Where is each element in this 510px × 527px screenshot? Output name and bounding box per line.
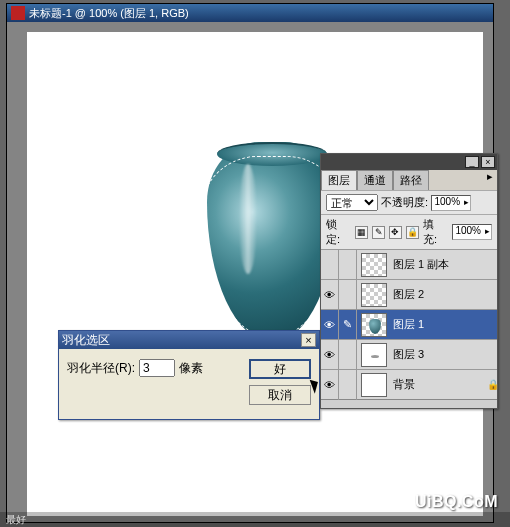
layer-name[interactable]: 图层 1 副本	[391, 257, 497, 272]
visibility-toggle[interactable]: 👁	[321, 280, 339, 310]
ok-button[interactable]: 好	[249, 359, 311, 379]
fill-input[interactable]: 100%	[452, 224, 492, 240]
dialog-titlebar[interactable]: 羽化选区 ×	[59, 331, 319, 349]
visibility-toggle[interactable]: 👁	[321, 340, 339, 370]
panel-resize-handle[interactable]	[321, 399, 497, 408]
layer-name[interactable]: 图层 2	[391, 287, 497, 302]
panel-close-button[interactable]: ×	[481, 156, 495, 168]
lock-label: 锁定:	[326, 217, 351, 247]
opacity-input[interactable]: 100%	[431, 195, 471, 211]
panel-head[interactable]: _ ×	[321, 154, 497, 170]
visibility-toggle[interactable]	[321, 250, 339, 280]
feather-radius-label: 羽化半径(R):	[67, 360, 135, 377]
blend-mode-select[interactable]: 正常	[326, 194, 378, 211]
layer-thumbnail[interactable]	[361, 343, 387, 367]
layer-thumbnail[interactable]	[361, 283, 387, 307]
layer-thumbnail[interactable]	[361, 313, 387, 337]
artwork-highlight	[239, 164, 257, 274]
blend-opacity-row: 正常 不透明度: 100%	[321, 190, 497, 214]
document-title: 未标题-1 @ 100% (图层 1, RGB)	[29, 6, 189, 21]
feather-dialog: 羽化选区 × 羽化半径(R): 像素 好 取消	[58, 330, 320, 420]
link-toggle[interactable]	[339, 250, 357, 280]
dialog-button-group: 好 取消	[249, 359, 311, 405]
fill-label: 填充:	[423, 217, 448, 247]
app-icon	[11, 6, 25, 20]
artwork-vase-top	[217, 142, 327, 166]
layer-thumbnail[interactable]	[361, 373, 387, 397]
lock-icon: 🔒	[487, 379, 497, 390]
layers-panel: _ × 图层 通道 路径 ▸ 正常 不透明度: 100% 锁定: ▦ ✎ ✥ 🔒…	[320, 153, 498, 409]
layer-row[interactable]: 👁 背景 🔒	[321, 369, 497, 399]
link-toggle[interactable]	[339, 280, 357, 310]
dialog-close-button[interactable]: ×	[301, 333, 316, 347]
document-titlebar[interactable]: 未标题-1 @ 100% (图层 1, RGB)	[7, 4, 493, 22]
panel-menu-button[interactable]: ▸	[483, 170, 497, 190]
link-toggle[interactable]	[339, 340, 357, 370]
feather-unit-label: 像素	[179, 360, 203, 377]
lock-all-icon[interactable]: 🔒	[406, 226, 419, 239]
layer-name[interactable]: 背景	[391, 377, 487, 392]
feather-radius-row: 羽化半径(R): 像素	[67, 359, 203, 377]
layer-list: 图层 1 副本 👁 图层 2 👁 ✎ 图层 1 👁 图层 3 👁 背景 🔒	[321, 249, 497, 399]
lock-paint-icon[interactable]: ✎	[372, 226, 385, 239]
layer-thumbnail[interactable]	[361, 253, 387, 277]
tab-layers[interactable]: 图层	[321, 170, 357, 190]
visibility-toggle[interactable]: 👁	[321, 310, 339, 340]
artwork-vase	[207, 142, 337, 342]
opacity-label: 不透明度:	[381, 195, 428, 210]
layer-row[interactable]: 👁 ✎ 图层 1	[321, 309, 497, 339]
tab-channels[interactable]: 通道	[357, 170, 393, 190]
layer-name[interactable]: 图层 1	[391, 317, 497, 332]
layer-row[interactable]: 图层 1 副本	[321, 249, 497, 279]
lock-fill-row: 锁定: ▦ ✎ ✥ 🔒 填充: 100%	[321, 214, 497, 249]
visibility-toggle[interactable]: 👁	[321, 370, 339, 400]
panel-tabs: 图层 通道 路径 ▸	[321, 170, 497, 190]
layer-row[interactable]: 👁 图层 2	[321, 279, 497, 309]
feather-radius-input[interactable]	[139, 359, 175, 377]
layer-row[interactable]: 👁 图层 3	[321, 339, 497, 369]
link-toggle[interactable]: ✎	[339, 310, 357, 340]
watermark: UiBQ.CoM	[415, 493, 498, 511]
footer-strip: 最好	[0, 512, 510, 527]
dialog-title: 羽化选区	[62, 332, 110, 349]
link-toggle[interactable]	[339, 370, 357, 400]
panel-minimize-button[interactable]: _	[465, 156, 479, 168]
lock-transparency-icon[interactable]: ▦	[355, 226, 368, 239]
cancel-button[interactable]: 取消	[249, 385, 311, 405]
lock-position-icon[interactable]: ✥	[389, 226, 402, 239]
dialog-body: 羽化半径(R): 像素 好 取消	[59, 349, 319, 419]
layer-name[interactable]: 图层 3	[391, 347, 497, 362]
tab-paths[interactable]: 路径	[393, 170, 429, 190]
